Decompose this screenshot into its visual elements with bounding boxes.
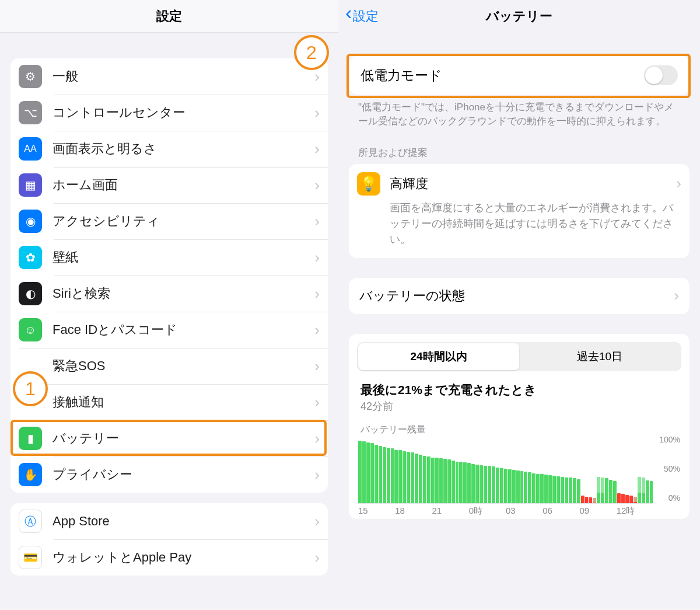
row-label: Face IDとパスコード	[52, 321, 314, 339]
chart-bar	[370, 443, 374, 503]
chart-bar	[366, 442, 370, 503]
chart-bar	[552, 476, 556, 503]
low-power-mode-row[interactable]: 低電力モード	[349, 56, 690, 95]
settings-row-switches[interactable]: ⌥コントロールセンター›	[10, 95, 328, 131]
hand-icon: ✋	[19, 463, 42, 486]
chart-bar	[475, 465, 479, 503]
gear-icon: ⚙︎	[19, 65, 42, 88]
row-label: バッテリー	[52, 430, 314, 447]
chevron-right-icon: ›	[314, 176, 320, 194]
battery-icon: ▮	[19, 427, 42, 450]
row-label: 一般	[52, 68, 314, 85]
seg-10d[interactable]: 過去10日	[519, 343, 680, 370]
chart-bar	[532, 473, 536, 503]
chart-bar	[621, 494, 625, 503]
chart-bar	[548, 475, 552, 503]
settings-row-hand[interactable]: ✋プライバシー›	[10, 456, 328, 493]
chart-bar	[407, 452, 410, 503]
A-icon: Ⓐ	[19, 510, 42, 533]
chart-bar	[646, 480, 649, 503]
chart-bar	[484, 466, 487, 503]
lightbulb-icon: 💡	[357, 172, 380, 196]
xtick: 15	[358, 506, 395, 517]
page-title: バッテリー	[486, 8, 552, 25]
chart-bar	[613, 481, 617, 503]
chart-bar	[439, 458, 443, 503]
chevron-right-icon: ›	[314, 393, 320, 412]
settings-row-flower[interactable]: ✿壁紙›	[10, 239, 328, 276]
chart-bar	[601, 477, 604, 503]
back-button[interactable]: 設定	[345, 8, 379, 25]
chart-bar	[391, 448, 394, 503]
settings-row-wallet[interactable]: 💳ウォレットとApple Pay›	[10, 539, 328, 576]
chart-bar	[419, 455, 422, 503]
settings-row-gear[interactable]: ⚙︎一般›	[10, 58, 328, 95]
chart-bar	[581, 496, 584, 503]
low-power-label: 低電力モード	[360, 67, 644, 85]
suggestion-card[interactable]: 💡 高輝度 › 画面を高輝度にすると大量のエネルギーが消費されます。バッテリーの…	[349, 164, 690, 258]
chevron-right-icon: ›	[314, 466, 320, 484]
chart-bar	[402, 451, 406, 503]
chart-bar	[528, 472, 531, 503]
battery-health-label: バッテリーの状態	[359, 287, 465, 305]
settings-row-A[interactable]: ⒶApp Store›	[10, 503, 328, 539]
row-label: ウォレットとApple Pay	[52, 549, 314, 566]
settings-row-person[interactable]: ◉アクセシビリティ›	[10, 203, 328, 239]
chart-bar	[524, 472, 527, 503]
settings-row-9[interactable]: 接触通知›	[10, 384, 328, 420]
chart-bar	[471, 464, 475, 503]
suggestion-body: 画面を高輝度にすると大量のエネルギーが消費されます。バッテリーの持続時間を延ばす…	[349, 200, 690, 258]
chart-bar	[456, 462, 459, 503]
settings-group-2: ⒶApp Store›💳ウォレットとApple Pay›	[10, 503, 328, 576]
chevron-right-icon: ›	[314, 549, 320, 567]
settings-row-face[interactable]: ☺Face IDとパスコード›	[10, 312, 328, 348]
xtick: 18	[395, 506, 432, 517]
row-label: 壁紙	[52, 249, 314, 266]
page-title: 設定	[156, 8, 182, 25]
settings-row-grid[interactable]: ▦ホーム画面›	[10, 167, 328, 203]
settings-row-8[interactable]: 緊急SOS›	[10, 348, 328, 384]
chevron-right-icon: ›	[314, 321, 320, 339]
ytick-50: 50%	[664, 464, 680, 473]
chart-bar	[488, 466, 491, 503]
battery-pane: 設定 バッテリー 低電力モード "低電力モード"では、iPhoneを十分に充電で…	[338, 0, 700, 610]
chart-bar	[520, 471, 524, 503]
low-power-toggle[interactable]	[644, 65, 678, 85]
chart-bar	[617, 493, 621, 503]
battery-health-row[interactable]: バッテリーの状態 ›	[349, 278, 690, 314]
chart-bar	[480, 465, 483, 503]
chart-bar	[379, 446, 382, 503]
chevron-right-icon: ›	[676, 175, 681, 193]
chart-bar	[556, 476, 560, 503]
chart-bar	[387, 448, 390, 503]
xtick: 12時	[617, 506, 653, 517]
chevron-right-icon: ›	[314, 513, 320, 531]
row-label: Siriと検索	[52, 285, 314, 302]
chevron-right-icon: ›	[314, 285, 320, 303]
xtick: 09	[580, 506, 617, 517]
chart-bar	[362, 441, 366, 503]
chevron-right-icon: ›	[674, 287, 679, 305]
chart-bar	[435, 458, 439, 503]
chevron-right-icon: ›	[314, 104, 320, 122]
chart-bar	[540, 474, 544, 503]
chart-bar	[411, 452, 414, 503]
AA-icon: AA	[19, 137, 42, 161]
settings-group-1: ⚙︎一般›⌥コントロールセンター›AA画面表示と明るさ›▦ホーム画面›◉アクセシ…	[10, 58, 328, 493]
chart-bar	[544, 475, 548, 503]
chart-bar	[516, 470, 520, 503]
suggestion-title: 高輝度	[390, 175, 676, 193]
chart-bar	[383, 447, 386, 503]
seg-24h[interactable]: 24時間以内	[358, 343, 519, 370]
time-range-segment: 24時間以内 過去10日	[357, 342, 681, 371]
settings-row-battery[interactable]: ▮バッテリー›	[10, 420, 328, 456]
chart-bar	[573, 478, 576, 503]
chart-bar	[467, 463, 471, 503]
row-label: 画面表示と明るさ	[52, 140, 314, 158]
settings-row-siri[interactable]: ◐Siriと検索›	[10, 276, 328, 312]
annotation-2: 2	[294, 35, 329, 70]
chevron-left-icon	[345, 9, 352, 24]
chart-bar	[500, 468, 503, 503]
settings-row-AA[interactable]: AA画面表示と明るさ›	[10, 131, 328, 167]
suggestions-header: 所見および提案	[338, 128, 700, 164]
